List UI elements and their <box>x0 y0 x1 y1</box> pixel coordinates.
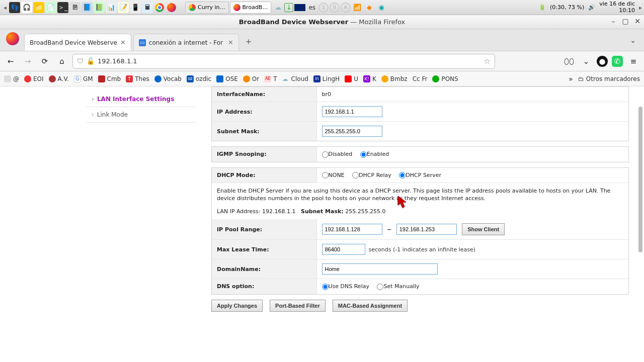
domainname-input[interactable] <box>322 263 438 275</box>
mac-assignment-button[interactable]: MAC-Based Assignment <box>333 300 408 312</box>
bookmarks-overflow-icon[interactable]: » <box>569 75 573 83</box>
phone-icon[interactable]: 📱 <box>130 2 141 13</box>
volume-icon[interactable]: 🔊 <box>588 4 595 11</box>
battery-text: (0:30, 73 %) <box>550 4 584 11</box>
workspace-indicator[interactable]: 1 <box>318 3 329 13</box>
keyboard-layout[interactable]: es <box>306 4 317 11</box>
bookmark-item[interactable]: A.V. <box>49 75 69 82</box>
bookmark-item[interactable]: Cmb <box>98 75 121 82</box>
clock[interactable]: vie 16 de dic 10:10 <box>599 1 635 13</box>
window-minimize-icon[interactable]: – <box>610 17 617 25</box>
bookmark-item[interactable]: @ <box>4 75 19 82</box>
bookmark-item[interactable]: U <box>345 75 358 82</box>
window-maximize-icon[interactable]: ▢ <box>622 17 629 25</box>
cloud-icon[interactable]: ☁ <box>272 2 283 13</box>
bookmark-item[interactable]: ☁Cloud <box>282 75 308 82</box>
pocket-icon[interactable]: ⌄ <box>580 55 593 68</box>
subnetmask-input[interactable] <box>322 126 382 137</box>
tabs-overflow-icon[interactable]: ⌄ <box>630 36 641 44</box>
dns-manual-option[interactable]: Set Manually <box>377 283 419 290</box>
ippool-start-input[interactable] <box>322 224 382 235</box>
home-button[interactable]: ⌂ <box>55 55 68 68</box>
nav-link-mode[interactable]: Link Mode <box>87 107 196 123</box>
browser-tab[interactable]: ▭ conexión a internet - For ✕ <box>133 34 239 51</box>
dhcp-none-option[interactable]: NONE <box>322 172 345 178</box>
whatsapp-icon[interactable]: ✆ <box>612 56 623 67</box>
interface-panel: InterfaceName: br0 IP Address: Subnet Ma… <box>211 86 629 141</box>
workspace-indicator[interactable]: 9 <box>330 3 340 13</box>
shield-icon[interactable]: 🛡 <box>77 57 84 65</box>
browser-tab-active[interactable]: BroadBand Device Webserve ✕ <box>24 34 131 51</box>
bookmark-item[interactable]: OSE <box>216 75 238 82</box>
extension-icon[interactable]: ● <box>597 56 608 67</box>
taskbar-item[interactable]: Curry in… <box>185 2 229 14</box>
shield-icon[interactable]: ◆ <box>364 2 375 13</box>
scrollbar-thumb[interactable] <box>638 107 642 252</box>
taskbar-item-active[interactable]: BroadB… <box>230 2 272 14</box>
menu-left-icon[interactable]: ◂ <box>2 4 8 11</box>
dhcpmode-label: DHCP Mode: <box>212 168 316 183</box>
flag-uk-icon[interactable] <box>294 4 305 11</box>
dhcp-relay-option[interactable]: DHCP Relay <box>352 172 391 178</box>
igmp-disabled-option[interactable]: Disabled <box>322 151 353 157</box>
dns-relay-option[interactable]: Use DNS Relay <box>322 283 369 290</box>
firefox-icon[interactable] <box>166 2 177 13</box>
bookmark-item[interactable]: Cc Fr <box>413 75 428 82</box>
app-icon[interactable]: 🖹 <box>69 2 80 13</box>
network-icon[interactable]: 📶 <box>352 2 363 13</box>
writer-icon[interactable]: 📘 <box>82 2 93 13</box>
tab-close-icon[interactable]: ✕ <box>228 39 233 46</box>
bookmark-item[interactable]: Vocab <box>154 75 182 82</box>
reload-button[interactable]: ⟳ <box>38 55 51 68</box>
menu-right-icon[interactable]: ▸ <box>639 4 642 11</box>
insecure-lock-icon[interactable]: 🔓 <box>87 57 95 65</box>
forward-button[interactable]: → <box>21 55 34 68</box>
bookmark-item[interactable]: TThes <box>126 75 149 82</box>
bookmark-item[interactable]: Or <box>243 75 259 82</box>
url-bar[interactable]: 🛡 🔓 192.168.1.1 ☆ <box>72 54 495 69</box>
nav-lan-interface[interactable]: LAN Interface Settings <box>87 92 196 107</box>
terminal-icon[interactable]: ＞_ <box>57 2 68 13</box>
app-icon[interactable]: 📊 <box>106 2 117 13</box>
window-close-icon[interactable]: ✕ <box>634 17 641 25</box>
bookmark-item[interactable]: PONS <box>432 75 458 82</box>
apply-changes-button[interactable]: Apply Changes <box>211 300 263 312</box>
battery-icon[interactable]: 🔋 <box>539 4 546 11</box>
menu-button[interactable]: ≡ <box>627 55 640 68</box>
bookmark-item[interactable]: Bmbz <box>381 75 408 82</box>
lan-ip-text: LAN IP Address: 192.168.1.1 <box>217 208 296 215</box>
calculator-icon[interactable]: 🖩 <box>142 2 153 13</box>
port-filter-button[interactable]: Port-Based Filter <box>270 300 326 312</box>
dhcp-server-option[interactable]: DHCP Server <box>399 172 441 178</box>
lease-input[interactable] <box>322 244 365 255</box>
app-icon[interactable]: 📄 <box>45 2 56 13</box>
ipaddress-input[interactable] <box>322 106 382 117</box>
notes-icon[interactable]: 📝 <box>118 2 129 13</box>
gnome-foot-icon[interactable]: 👣 <box>9 2 20 13</box>
back-button[interactable]: ← <box>4 55 17 68</box>
domainname-label: DomainName: <box>212 259 316 279</box>
sync-icon[interactable]: ◉ <box>376 2 387 13</box>
bookmark-item[interactable]: ozozdic <box>187 75 211 82</box>
bookmark-item[interactable]: GGM <box>74 75 93 82</box>
subnet-value: 255.255.255.0 <box>344 208 386 215</box>
audacity-icon[interactable]: 🎧 <box>21 2 32 13</box>
bookmark-item[interactable]: inLingH <box>313 75 340 82</box>
bookmark-item[interactable]: EOI <box>24 75 44 82</box>
bookmark-item[interactable]: AET <box>264 75 277 82</box>
ippool-end-input[interactable] <box>396 224 457 235</box>
vertical-scrollbar[interactable] <box>638 86 643 362</box>
new-tab-button[interactable]: ＋ <box>241 34 256 49</box>
bookmark-star-icon[interactable]: ☆ <box>484 57 491 66</box>
workspace-indicator[interactable]: A <box>341 3 351 13</box>
app-icon[interactable]: 📁 <box>33 2 44 13</box>
chrome-icon[interactable] <box>154 2 165 13</box>
mask-icon[interactable]: ⬯⬯ <box>562 55 576 68</box>
show-client-button[interactable]: Show Client <box>462 223 505 235</box>
calc-icon[interactable]: 📗 <box>94 2 105 13</box>
igmp-enabled-option[interactable]: Enabled <box>360 151 389 157</box>
tab-close-icon[interactable]: ✕ <box>120 39 126 46</box>
download-icon[interactable]: ↓ <box>284 3 293 12</box>
other-bookmarks-folder[interactable]: 🗀Otros marcadores <box>578 75 640 82</box>
bookmark-item[interactable]: K!K <box>363 75 376 82</box>
